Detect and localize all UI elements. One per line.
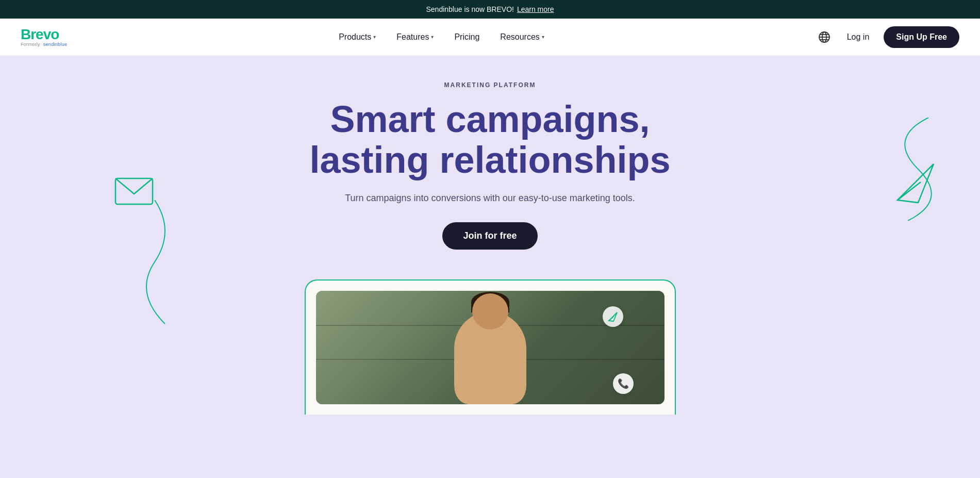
svg-line-9 <box>609 316 614 321</box>
plane-icon-float <box>603 306 623 327</box>
logo[interactable]: Brevo Formerly sendinblue <box>21 27 67 47</box>
nav-products[interactable]: Products ▾ <box>330 28 384 46</box>
nav-resources[interactable]: Resources ▾ <box>492 28 552 46</box>
phone-icon-float: 📞 <box>613 373 634 394</box>
logo-formerly: Formerly sendinblue <box>21 42 67 47</box>
hero-title: Smart campaigns, lasting relationships <box>309 99 670 180</box>
login-button[interactable]: Log in <box>841 28 876 46</box>
nav-features-label: Features <box>396 32 429 42</box>
nav-pricing-label: Pricing <box>454 32 479 42</box>
hero-title-line1: Smart campaigns, <box>330 98 650 140</box>
person-head <box>472 293 508 329</box>
hero-section: MARKETING PLATFORM Smart campaigns, last… <box>0 56 980 478</box>
navbar: Brevo Formerly sendinblue Products ▾ Fea… <box>0 19 980 56</box>
globe-icon <box>818 31 830 43</box>
dashboard-preview: 📞 <box>305 279 676 415</box>
language-button[interactable] <box>816 29 833 45</box>
nav-features[interactable]: Features ▾ <box>388 28 442 46</box>
dashboard-inner: 📞 <box>316 291 665 404</box>
navbar-center: Products ▾ Features ▾ Pricing Resources … <box>330 28 553 46</box>
hero-title-line2: lasting relationships <box>309 139 670 180</box>
hero-image: 📞 <box>316 291 665 404</box>
banner-text: Sendinblue is now BREVO! <box>426 5 513 13</box>
banner-link[interactable]: Learn more <box>517 5 554 13</box>
nav-resources-label: Resources <box>500 32 539 42</box>
squiggle-left <box>134 200 196 329</box>
products-chevron-icon: ▾ <box>373 34 376 40</box>
nav-products-label: Products <box>339 32 371 42</box>
logo-brevo: Brevo <box>21 27 67 42</box>
resources-chevron-icon: ▾ <box>542 34 544 40</box>
navbar-left: Brevo Formerly sendinblue <box>21 27 67 47</box>
plane-decoration <box>892 159 939 207</box>
squiggle-right <box>877 118 939 221</box>
hero-subtitle: Turn campaigns into conversions with our… <box>345 193 635 204</box>
top-banner: Sendinblue is now BREVO! Learn more <box>0 0 980 19</box>
signup-button[interactable]: Sign Up Free <box>884 26 959 48</box>
platform-label: MARKETING PLATFORM <box>444 81 536 89</box>
features-chevron-icon: ▾ <box>431 34 434 40</box>
navbar-right: Log in Sign Up Free <box>816 26 959 48</box>
nav-pricing[interactable]: Pricing <box>446 28 488 46</box>
person-body <box>454 311 526 404</box>
envelope-decoration <box>113 174 155 210</box>
join-free-button[interactable]: Join for free <box>442 222 537 250</box>
